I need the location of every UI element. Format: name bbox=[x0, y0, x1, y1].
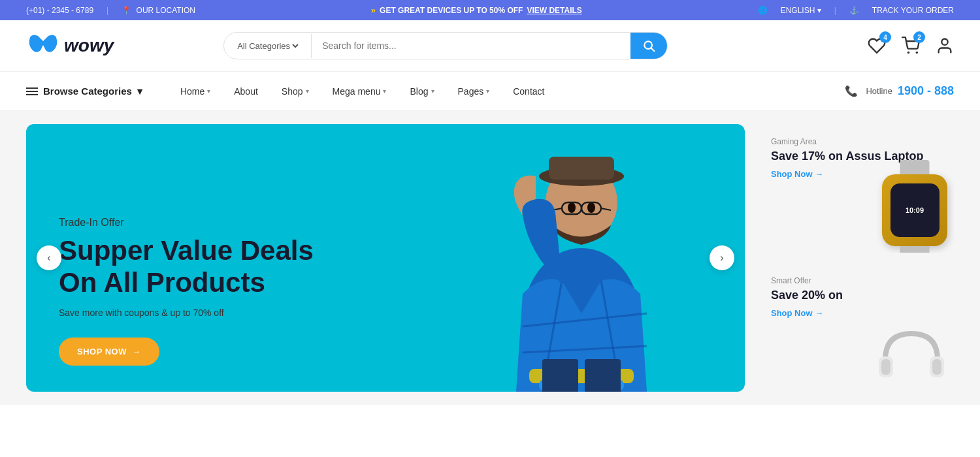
nav-item-contact: Contact bbox=[501, 74, 556, 108]
svg-rect-23 bbox=[542, 359, 578, 392]
nav-item-shop: Shop ▾ bbox=[270, 74, 321, 108]
headphone-image bbox=[875, 324, 947, 385]
top-bar-center: » GET GREAT DEVICES UP TO 50% OFF VIEW D… bbox=[371, 5, 582, 15]
svg-rect-28 bbox=[932, 359, 941, 375]
watch-band-bottom bbox=[900, 246, 930, 253]
nav-right: 📞 Hotline 1900 - 888 bbox=[845, 84, 954, 98]
nav-item-home: Home ▾ bbox=[169, 74, 222, 108]
top-bar-right: 🌐 ENGLISH ▾ | ⚓ TRACK YOUR ORDER bbox=[758, 6, 954, 15]
smart-offer-tag: Smart Offer bbox=[771, 276, 941, 285]
watch-image: 10:09 bbox=[882, 174, 947, 246]
chevron-icon-shop: ▾ bbox=[306, 87, 309, 95]
nav-link-mega[interactable]: Mega menu ▾ bbox=[321, 74, 399, 108]
menu-icon bbox=[26, 87, 38, 95]
nav-link-blog[interactable]: Blog ▾ bbox=[398, 74, 446, 108]
carousel-next-button[interactable]: › bbox=[710, 245, 734, 270]
top-bar-left: (+01) - 2345 - 6789 | 📍 OUR LOCATION bbox=[26, 6, 195, 15]
track-order-link[interactable]: TRACK YOUR ORDER bbox=[872, 6, 954, 15]
svg-rect-26 bbox=[881, 359, 890, 375]
hotline-label: Hotline bbox=[866, 86, 892, 96]
nav-item-mega: Mega menu ▾ bbox=[321, 74, 399, 108]
headphone-svg bbox=[875, 324, 947, 383]
phone-icon: 📞 bbox=[845, 85, 858, 97]
separator: | bbox=[106, 6, 108, 15]
hero-section: Trade-In Offer Supper Value Deals On All… bbox=[0, 111, 980, 405]
header-icons: 4 2 bbox=[868, 37, 954, 55]
category-select-input[interactable]: All Categories Electronics Clothing Spor… bbox=[235, 40, 301, 52]
search-button[interactable] bbox=[630, 33, 667, 59]
hero-banner: Trade-In Offer Supper Value Deals On All… bbox=[26, 124, 745, 392]
logo[interactable]: wowy bbox=[26, 32, 114, 59]
logo-icon bbox=[26, 32, 60, 59]
carousel-prev-button[interactable]: ‹ bbox=[37, 245, 61, 270]
watch-shape: 10:09 bbox=[882, 174, 947, 246]
browse-label: Browse Categories bbox=[43, 86, 132, 97]
hero-content: Trade-In Offer Supper Value Deals On All… bbox=[26, 191, 346, 392]
hero-btn-arrow: → bbox=[132, 347, 141, 356]
wishlist-button[interactable]: 4 bbox=[868, 37, 886, 55]
side-card-gaming: Gaming Area Save 17% on Assus Laptop Sho… bbox=[758, 124, 954, 253]
separator-2: | bbox=[834, 6, 836, 15]
cart-badge: 2 bbox=[913, 31, 925, 43]
browse-categories-button[interactable]: Browse Categories ▾ bbox=[26, 74, 142, 109]
svg-rect-24 bbox=[585, 359, 621, 392]
account-button[interactable] bbox=[936, 37, 954, 55]
category-dropdown[interactable]: All Categories Electronics Clothing Spor… bbox=[224, 34, 312, 58]
nav-item-pages: Pages ▾ bbox=[446, 74, 502, 108]
svg-rect-8 bbox=[549, 157, 614, 180]
hero-title-line1: Supper Value Deals bbox=[59, 235, 314, 266]
watch-screen: 10:09 bbox=[890, 183, 939, 237]
nav-link-contact[interactable]: Contact bbox=[501, 74, 556, 108]
hero-title-line2: On All Products bbox=[59, 267, 265, 298]
svg-line-1 bbox=[651, 48, 655, 52]
svg-point-3 bbox=[916, 52, 919, 54]
chevron-icon-pages: ▾ bbox=[486, 87, 489, 95]
nav-links: Home ▾ About Shop ▾ Mega menu ▾ Blog ▾ bbox=[169, 74, 557, 108]
top-bar: (+01) - 2345 - 6789 | 📍 OUR LOCATION » G… bbox=[0, 0, 980, 20]
search-icon bbox=[642, 39, 655, 52]
view-details-link[interactable]: VIEW DETAILS bbox=[527, 6, 581, 15]
chevron-down-icon: ▾ bbox=[817, 6, 821, 15]
cart-button[interactable]: 2 bbox=[902, 37, 920, 55]
hero-subtitle: Save more with coupons & up to 70% off bbox=[59, 307, 314, 318]
our-location-link[interactable]: 📍 OUR LOCATION bbox=[122, 6, 195, 15]
language-link[interactable]: ENGLISH ▾ bbox=[781, 6, 821, 15]
anchor-icon: ⚓ bbox=[849, 6, 859, 15]
hero-btn-label: SHOP NOW bbox=[77, 347, 127, 356]
nav-link-about[interactable]: About bbox=[222, 74, 270, 108]
header: wowy All Categories Electronics Clothing… bbox=[0, 20, 980, 72]
search-input[interactable] bbox=[312, 34, 630, 57]
search-container: All Categories Electronics Clothing Spor… bbox=[223, 32, 668, 59]
person-svg bbox=[477, 124, 686, 392]
chevron-icon: ▾ bbox=[207, 87, 210, 95]
hero-title: Supper Value Deals On All Products bbox=[59, 235, 314, 298]
watch-band-top bbox=[900, 160, 930, 174]
gaming-area-tag: Gaming Area bbox=[771, 137, 941, 146]
hero-tag: Trade-In Offer bbox=[59, 217, 314, 228]
nav-link-home[interactable]: Home ▾ bbox=[169, 74, 222, 108]
chevron-down-icon: ▾ bbox=[137, 86, 142, 97]
promo-text: GET GREAT DEVICES UP TO 50% OFF bbox=[380, 6, 523, 15]
phone-number: (+01) - 2345 - 6789 bbox=[26, 6, 93, 15]
hotline-number: 1900 - 888 bbox=[898, 84, 954, 98]
nav-link-pages[interactable]: Pages ▾ bbox=[446, 74, 502, 108]
side-card-smart: Smart Offer Save 20% on Shop Now → bbox=[758, 263, 954, 392]
location-icon: 📍 bbox=[122, 6, 131, 15]
smart-offer-title: Save 20% on bbox=[771, 288, 941, 303]
promo-arrows: » bbox=[371, 5, 376, 15]
svg-point-10 bbox=[587, 202, 595, 213]
chevron-icon-mega: ▾ bbox=[383, 87, 386, 95]
chevron-icon-blog: ▾ bbox=[431, 87, 434, 95]
hero-shop-now-button[interactable]: SHOP NOW → bbox=[59, 338, 159, 366]
logo-text: wowy bbox=[64, 35, 114, 56]
smart-shop-now-link[interactable]: Shop Now → bbox=[771, 308, 941, 318]
svg-point-9 bbox=[568, 202, 576, 213]
user-icon bbox=[936, 37, 954, 55]
hero-side-cards: Gaming Area Save 17% on Assus Laptop Sho… bbox=[758, 124, 954, 392]
nav-link-shop[interactable]: Shop ▾ bbox=[270, 74, 321, 108]
hero-person-image bbox=[470, 124, 693, 392]
svg-point-4 bbox=[941, 39, 947, 45]
nav-item-blog: Blog ▾ bbox=[398, 74, 446, 108]
globe-icon: 🌐 bbox=[758, 6, 768, 15]
nav-bar: Browse Categories ▾ Home ▾ About Shop ▾ … bbox=[0, 72, 980, 111]
